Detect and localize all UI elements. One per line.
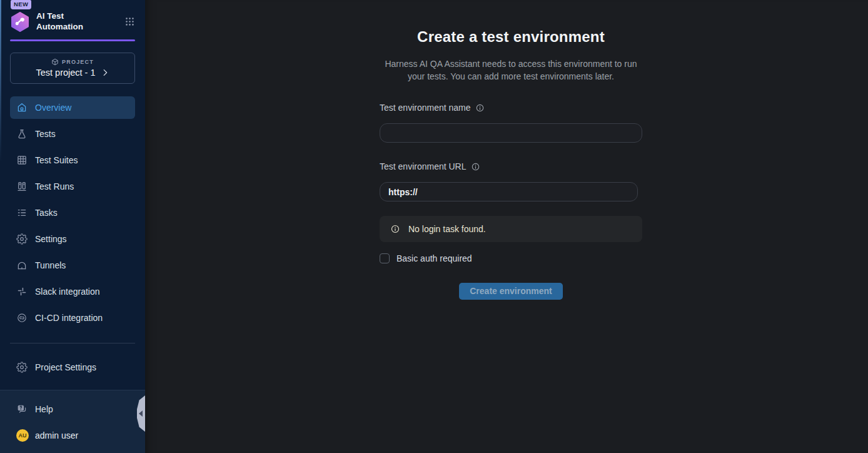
avatar: AU bbox=[16, 429, 29, 442]
sidebar-item-label: CI-CD integration bbox=[35, 313, 103, 323]
sidebar-item-slack-integration[interactable]: Slack integration bbox=[10, 280, 135, 303]
sidebar-item-tasks[interactable]: Tasks bbox=[10, 201, 135, 224]
project-kicker: PROJECT bbox=[51, 58, 94, 66]
url-field-label-row: Test environment URL bbox=[380, 161, 642, 171]
sidebar-item-label: Tunnels bbox=[35, 260, 66, 270]
sidebar-item-settings[interactable]: Settings bbox=[10, 228, 135, 250]
basic-auth-label: Basic auth required bbox=[396, 253, 472, 263]
sidebar-item-label: Settings bbox=[35, 234, 67, 244]
environment-name-input[interactable] bbox=[380, 123, 642, 143]
create-environment-button[interactable]: Create environment bbox=[459, 283, 562, 300]
project-selector[interactable]: PROJECT Test project - 1 bbox=[10, 53, 135, 84]
help-chat-icon bbox=[16, 404, 28, 415]
project-label: PROJECT bbox=[62, 59, 94, 65]
page-title: Create a test environment bbox=[380, 28, 642, 46]
sidebar-item-overview[interactable]: Overview bbox=[10, 96, 135, 119]
sidebar-item-cicd-integration[interactable]: CI-CD integration bbox=[10, 307, 135, 329]
home-icon bbox=[16, 102, 28, 113]
gear-icon bbox=[16, 362, 28, 373]
link-circle-icon bbox=[16, 312, 28, 323]
new-badge: NEW bbox=[11, 0, 31, 9]
page-subtitle: Harness AI QA Assistant needs to access … bbox=[380, 58, 642, 83]
sidebar-item-tests[interactable]: Tests bbox=[10, 123, 135, 145]
sidebar-item-label: Slack integration bbox=[35, 287, 100, 297]
table-grid-icon bbox=[16, 155, 28, 166]
url-field-label: Test environment URL bbox=[380, 161, 467, 171]
sidebar-item-label: Tests bbox=[35, 129, 56, 139]
sidebar-footer: Help AU admin user bbox=[0, 390, 145, 453]
list-icon bbox=[16, 207, 28, 218]
sidebar-item-label: Tasks bbox=[35, 208, 58, 218]
user-menu[interactable]: AU admin user bbox=[10, 425, 135, 445]
sidebar-item-label: Overview bbox=[35, 103, 71, 113]
basic-auth-checkbox[interactable] bbox=[380, 253, 390, 263]
sidebar-item-label: Test Suites bbox=[35, 155, 78, 165]
sidebar-item-label: Project Settings bbox=[35, 362, 96, 372]
apps-grid-icon[interactable] bbox=[124, 16, 135, 27]
tunnel-icon bbox=[16, 260, 28, 271]
app-title: AI Test Automation bbox=[36, 11, 83, 33]
main-content: Create a test environment Harness AI QA … bbox=[145, 0, 868, 453]
sidebar-item-test-runs[interactable]: Test Runs bbox=[10, 175, 135, 198]
name-field-label: Test environment name bbox=[380, 103, 471, 113]
gear-icon bbox=[16, 233, 28, 245]
brand-accent-divider bbox=[10, 39, 135, 41]
columns-icon bbox=[16, 181, 28, 192]
help-label: Help bbox=[35, 404, 53, 414]
user-name: admin user bbox=[35, 430, 78, 440]
info-icon bbox=[390, 224, 400, 234]
app-logo-icon bbox=[10, 12, 30, 32]
chevron-right-icon bbox=[101, 68, 109, 77]
info-icon[interactable] bbox=[471, 162, 480, 171]
sidebar-item-test-suites[interactable]: Test Suites bbox=[10, 149, 135, 171]
sidebar-item-label: Test Runs bbox=[35, 181, 74, 191]
cube-icon bbox=[51, 58, 59, 66]
sidebar-nav: Overview Tests Test Suites bbox=[0, 96, 145, 382]
sidebar-item-project-settings[interactable]: Project Settings bbox=[10, 356, 135, 379]
project-name: Test project - 1 bbox=[36, 68, 95, 78]
name-field-label-row: Test environment name bbox=[380, 103, 642, 113]
create-environment-form: Test environment name Test environment U… bbox=[380, 103, 642, 300]
flask-icon bbox=[16, 128, 28, 140]
info-icon[interactable] bbox=[475, 103, 485, 113]
sidebar: NEW AI Test Automation bbox=[0, 0, 145, 453]
basic-auth-row: Basic auth required bbox=[380, 253, 642, 263]
sidebar-item-tunnels[interactable]: Tunnels bbox=[10, 254, 135, 277]
login-task-notice: No login task found. bbox=[380, 216, 642, 242]
login-task-notice-text: No login task found. bbox=[408, 224, 486, 234]
environment-url-input[interactable] bbox=[380, 182, 638, 201]
help-button[interactable]: Help bbox=[10, 398, 135, 420]
nav-divider bbox=[10, 343, 135, 344]
slack-icon bbox=[16, 286, 28, 297]
window-edge-highlight bbox=[0, 0, 1, 163]
